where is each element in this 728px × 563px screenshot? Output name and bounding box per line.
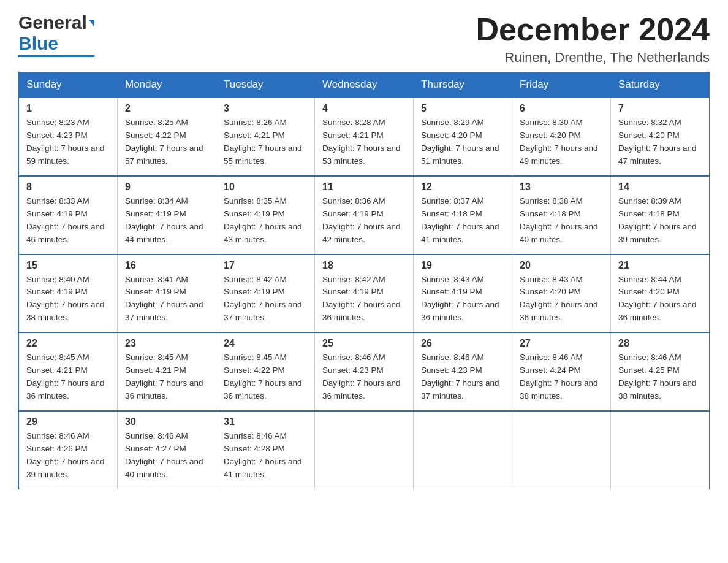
logo: General Blue xyxy=(18,12,94,57)
day-info: Sunrise: 8:40 AMSunset: 4:19 PMDaylight:… xyxy=(26,275,105,323)
calendar-cell: 26 Sunrise: 8:46 AMSunset: 4:23 PMDaylig… xyxy=(414,332,512,411)
day-info: Sunrise: 8:42 AMSunset: 4:19 PMDaylight:… xyxy=(322,275,401,323)
day-info: Sunrise: 8:46 AMSunset: 4:27 PMDaylight:… xyxy=(125,431,203,479)
calendar-cell: 8 Sunrise: 8:33 AMSunset: 4:19 PMDayligh… xyxy=(19,176,118,255)
day-info: Sunrise: 8:46 AMSunset: 4:28 PMDaylight:… xyxy=(224,431,302,479)
calendar-cell: 6 Sunrise: 8:30 AMSunset: 4:20 PMDayligh… xyxy=(512,98,611,176)
calendar-table: SundayMondayTuesdayWednesdayThursdayFrid… xyxy=(18,72,710,489)
calendar-cell: 28 Sunrise: 8:46 AMSunset: 4:25 PMDaylig… xyxy=(611,332,710,411)
day-info: Sunrise: 8:46 AMSunset: 4:23 PMDaylight:… xyxy=(421,353,499,400)
calendar-header-sunday: Sunday xyxy=(19,72,118,98)
day-number: 8 xyxy=(26,182,110,193)
day-number: 10 xyxy=(224,182,307,193)
calendar-week-row: 1 Sunrise: 8:23 AMSunset: 4:23 PMDayligh… xyxy=(19,98,710,176)
calendar-cell: 22 Sunrise: 8:45 AMSunset: 4:21 PMDaylig… xyxy=(19,332,118,411)
day-number: 27 xyxy=(520,338,603,349)
day-number: 23 xyxy=(125,338,208,349)
calendar-cell: 2 Sunrise: 8:25 AMSunset: 4:22 PMDayligh… xyxy=(118,98,216,176)
day-info: Sunrise: 8:42 AMSunset: 4:19 PMDaylight:… xyxy=(224,275,302,323)
day-info: Sunrise: 8:43 AMSunset: 4:19 PMDaylight:… xyxy=(421,275,499,323)
calendar-cell: 15 Sunrise: 8:40 AMSunset: 4:19 PMDaylig… xyxy=(19,255,118,333)
calendar-cell: 17 Sunrise: 8:42 AMSunset: 4:19 PMDaylig… xyxy=(216,255,315,333)
location-label: Ruinen, Drenthe, The Netherlands xyxy=(476,50,710,66)
calendar-cell: 13 Sunrise: 8:38 AMSunset: 4:18 PMDaylig… xyxy=(512,176,611,255)
logo-underline xyxy=(18,55,94,57)
calendar-header-wednesday: Wednesday xyxy=(315,72,414,98)
calendar-cell: 19 Sunrise: 8:43 AMSunset: 4:19 PMDaylig… xyxy=(414,255,512,333)
calendar-week-row: 15 Sunrise: 8:40 AMSunset: 4:19 PMDaylig… xyxy=(19,255,710,333)
calendar-cell: 7 Sunrise: 8:32 AMSunset: 4:20 PMDayligh… xyxy=(611,98,710,176)
day-number: 17 xyxy=(224,260,307,271)
day-number: 21 xyxy=(618,260,702,271)
calendar-week-row: 8 Sunrise: 8:33 AMSunset: 4:19 PMDayligh… xyxy=(19,176,710,255)
day-number: 28 xyxy=(618,338,702,349)
day-info: Sunrise: 8:34 AMSunset: 4:19 PMDaylight:… xyxy=(125,196,203,244)
calendar-header-thursday: Thursday xyxy=(414,72,512,98)
day-number: 15 xyxy=(26,260,110,271)
calendar-cell xyxy=(315,411,414,489)
day-number: 7 xyxy=(618,103,702,114)
calendar-cell: 30 Sunrise: 8:46 AMSunset: 4:27 PMDaylig… xyxy=(118,411,216,489)
day-number: 11 xyxy=(322,182,406,193)
month-title: December 2024 xyxy=(476,12,710,47)
day-info: Sunrise: 8:25 AMSunset: 4:22 PMDaylight:… xyxy=(125,118,203,166)
day-info: Sunrise: 8:41 AMSunset: 4:19 PMDaylight:… xyxy=(125,275,203,323)
calendar-cell: 27 Sunrise: 8:46 AMSunset: 4:24 PMDaylig… xyxy=(512,332,611,411)
day-number: 22 xyxy=(26,338,110,349)
logo-blue-text: Blue xyxy=(18,33,58,53)
day-info: Sunrise: 8:35 AMSunset: 4:19 PMDaylight:… xyxy=(224,196,302,244)
day-number: 5 xyxy=(421,103,504,114)
day-number: 3 xyxy=(224,103,307,114)
calendar-cell: 23 Sunrise: 8:45 AMSunset: 4:21 PMDaylig… xyxy=(118,332,216,411)
day-number: 13 xyxy=(520,182,603,193)
day-number: 30 xyxy=(125,416,208,427)
day-info: Sunrise: 8:37 AMSunset: 4:18 PMDaylight:… xyxy=(421,196,499,244)
day-info: Sunrise: 8:46 AMSunset: 4:25 PMDaylight:… xyxy=(618,353,697,400)
calendar-cell: 5 Sunrise: 8:29 AMSunset: 4:20 PMDayligh… xyxy=(414,98,512,176)
calendar-header-row: SundayMondayTuesdayWednesdayThursdayFrid… xyxy=(19,72,710,98)
day-number: 19 xyxy=(421,260,504,271)
calendar-cell: 11 Sunrise: 8:36 AMSunset: 4:19 PMDaylig… xyxy=(315,176,414,255)
calendar-cell: 16 Sunrise: 8:41 AMSunset: 4:19 PMDaylig… xyxy=(118,255,216,333)
calendar-header-friday: Friday xyxy=(512,72,611,98)
day-info: Sunrise: 8:46 AMSunset: 4:23 PMDaylight:… xyxy=(322,353,401,400)
calendar-cell: 3 Sunrise: 8:26 AMSunset: 4:21 PMDayligh… xyxy=(216,98,315,176)
logo-general-text: General xyxy=(18,12,87,33)
day-number: 9 xyxy=(125,182,208,193)
day-info: Sunrise: 8:46 AMSunset: 4:24 PMDaylight:… xyxy=(520,353,598,400)
day-number: 18 xyxy=(322,260,406,271)
day-info: Sunrise: 8:28 AMSunset: 4:21 PMDaylight:… xyxy=(322,118,401,166)
day-info: Sunrise: 8:32 AMSunset: 4:20 PMDaylight:… xyxy=(618,118,697,166)
calendar-cell: 4 Sunrise: 8:28 AMSunset: 4:21 PMDayligh… xyxy=(315,98,414,176)
calendar-cell: 24 Sunrise: 8:45 AMSunset: 4:22 PMDaylig… xyxy=(216,332,315,411)
day-info: Sunrise: 8:45 AMSunset: 4:21 PMDaylight:… xyxy=(125,353,203,400)
page-header: General Blue December 2024 Ruinen, Drent… xyxy=(18,12,710,66)
calendar-week-row: 29 Sunrise: 8:46 AMSunset: 4:26 PMDaylig… xyxy=(19,411,710,489)
day-info: Sunrise: 8:36 AMSunset: 4:19 PMDaylight:… xyxy=(322,196,401,244)
calendar-week-row: 22 Sunrise: 8:45 AMSunset: 4:21 PMDaylig… xyxy=(19,332,710,411)
day-number: 29 xyxy=(26,416,110,427)
calendar-cell: 9 Sunrise: 8:34 AMSunset: 4:19 PMDayligh… xyxy=(118,176,216,255)
calendar-cell: 20 Sunrise: 8:43 AMSunset: 4:20 PMDaylig… xyxy=(512,255,611,333)
day-info: Sunrise: 8:44 AMSunset: 4:20 PMDaylight:… xyxy=(618,275,697,323)
title-section: December 2024 Ruinen, Drenthe, The Nethe… xyxy=(476,12,710,66)
day-number: 31 xyxy=(224,416,307,427)
calendar-cell: 29 Sunrise: 8:46 AMSunset: 4:26 PMDaylig… xyxy=(19,411,118,489)
day-info: Sunrise: 8:45 AMSunset: 4:21 PMDaylight:… xyxy=(26,353,105,400)
day-info: Sunrise: 8:23 AMSunset: 4:23 PMDaylight:… xyxy=(26,118,105,166)
day-info: Sunrise: 8:29 AMSunset: 4:20 PMDaylight:… xyxy=(421,118,499,166)
day-info: Sunrise: 8:38 AMSunset: 4:18 PMDaylight:… xyxy=(520,196,598,244)
calendar-cell: 21 Sunrise: 8:44 AMSunset: 4:20 PMDaylig… xyxy=(611,255,710,333)
day-info: Sunrise: 8:39 AMSunset: 4:18 PMDaylight:… xyxy=(618,196,697,244)
day-number: 16 xyxy=(125,260,208,271)
calendar-header-saturday: Saturday xyxy=(611,72,710,98)
day-info: Sunrise: 8:46 AMSunset: 4:26 PMDaylight:… xyxy=(26,431,105,479)
calendar-cell xyxy=(414,411,512,489)
calendar-cell: 14 Sunrise: 8:39 AMSunset: 4:18 PMDaylig… xyxy=(611,176,710,255)
day-info: Sunrise: 8:30 AMSunset: 4:20 PMDaylight:… xyxy=(520,118,598,166)
day-number: 14 xyxy=(618,182,702,193)
calendar-cell: 12 Sunrise: 8:37 AMSunset: 4:18 PMDaylig… xyxy=(414,176,512,255)
calendar-cell xyxy=(512,411,611,489)
logo-arrow-icon xyxy=(89,20,94,27)
day-number: 6 xyxy=(520,103,603,114)
